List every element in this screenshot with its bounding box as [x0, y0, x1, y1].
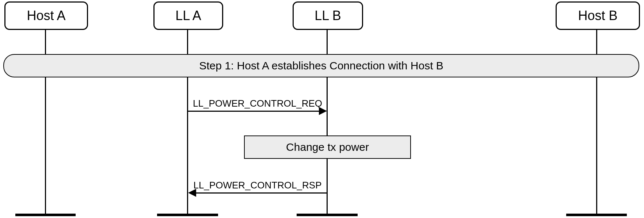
sequence-diagram: Host A LL A LL B Host B Step 1: Host A e…: [0, 0, 644, 218]
participant-label: Host B: [578, 8, 617, 23]
lifeline-end: [157, 214, 218, 216]
arrow-head-right-icon: [319, 107, 327, 115]
message-label-rsp: LL_POWER_CONTROL_RSP: [188, 180, 327, 191]
lifeline: [45, 29, 46, 54]
participant-ll-b: LL B: [293, 1, 363, 30]
participant-host-a: Host A: [4, 1, 88, 30]
lifeline-end: [15, 214, 76, 216]
arrow-line: [188, 111, 320, 112]
participant-label: Host A: [27, 8, 65, 23]
message-label-req: LL_POWER_CONTROL_REQ: [188, 98, 327, 109]
lifeline: [596, 77, 597, 214]
arrow-line: [195, 192, 328, 194]
lifeline: [187, 29, 188, 54]
participant-label: LL A: [175, 8, 201, 23]
step-label: Step 1: Host A establishes Connection wi…: [199, 60, 443, 72]
lifeline: [45, 77, 46, 214]
action-label: Change tx power: [286, 141, 369, 153]
step-bar: Step 1: Host A establishes Connection wi…: [3, 54, 639, 77]
participant-label: LL B: [315, 8, 341, 23]
participant-host-b: Host B: [556, 1, 640, 30]
lifeline-end: [297, 214, 358, 216]
action-box: Change tx power: [244, 135, 411, 159]
lifeline: [327, 29, 328, 54]
participant-ll-a: LL A: [153, 1, 223, 30]
arrow-head-left-icon: [188, 189, 196, 197]
lifeline-end: [566, 214, 627, 216]
lifeline: [596, 29, 597, 54]
